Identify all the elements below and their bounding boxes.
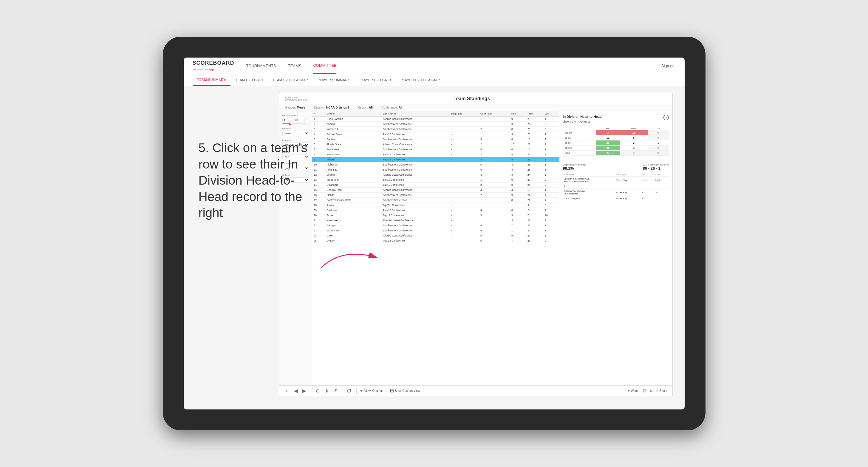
zoom-out-button[interactable]: ⊖ [315,388,321,394]
table-row[interactable]: 6 Florida State Atlantic Coast Conferenc… [312,142,559,147]
list-item[interactable]: Cabo Collegiate Stroke Play 11 17 [563,196,669,201]
table-row[interactable]: 20 Texas Big 12 Conference - 3 3 7 20 [312,213,559,218]
clock-button[interactable]: ⏱ [346,388,353,394]
undo-button[interactable]: ↩ [284,388,290,394]
tournament-name: 1 [563,184,615,189]
share-button[interactable]: ↗ Share [656,389,668,393]
outer-background: SCOREBOARD Powered by clippd TOURNAMENTS… [0,0,868,467]
sign-out-link[interactable]: Sign out [659,64,676,68]
table-row[interactable]: 51-100 20 3 0 [563,146,669,151]
h2h-1125-loss: 8 [620,135,648,141]
rounds-slider-track[interactable] [282,123,306,124]
table-row[interactable]: 15 Georgia Tech Atlantic Coast Conferenc… [312,188,559,193]
row-tour: 24 [526,173,543,178]
view-original-button[interactable]: 👁 View: Original [360,389,383,393]
table-row[interactable]: 22 Georgia Southeastern Conference - 8 7… [312,223,559,228]
table-row[interactable]: 2 Auburn Southeastern Conference - 1 9 2… [312,122,559,127]
table-row[interactable]: 16 Florida Southeastern Conference - 7 9… [312,193,559,198]
row-tour: 23 [526,152,543,157]
tablet-screen: SCOREBOARD Powered by clippd TOURNAMENTS… [184,58,685,409]
grid-button[interactable]: ⊞ [650,389,652,393]
nav-teams[interactable]: TEAMS [288,58,302,73]
row-reg-rank: - [450,188,478,193]
table-row[interactable]: 4 Arizona State Pac-12 Conference - 1 9 … [312,132,559,137]
row-win: 2 [543,142,559,147]
row-win: 2 [543,178,559,183]
toolbar-divider-2 [342,388,342,394]
row-conf-rank: 2 [478,127,509,132]
row-school: Illinois [325,203,381,208]
row-rds: 8 [509,208,526,213]
row-num: 11 [312,167,325,173]
reset-button[interactable]: ↺ [332,388,338,394]
tab-team-h2h-grid[interactable]: TEAM H2H GRID [230,74,268,86]
nav-tournaments[interactable]: TOURNAMENTS [246,58,276,73]
table-row[interactable]: 3 Vanderbilt Southeastern Conference - 2… [312,127,559,132]
tournament-score: 17 [654,196,669,201]
table-row[interactable]: 1 North Carolina Atlantic Coast Conferen… [312,117,559,122]
max-rounds-input[interactable] [294,118,305,122]
row-reg-rank: - [450,132,478,137]
row-rds: 9 [509,193,526,198]
forward-button[interactable]: ▶ [301,388,307,394]
tab-player-summary[interactable]: PLAYER SUMMARY [313,74,355,86]
record-value: 86 - 26 - 1 [643,166,669,170]
row-school: Auburn [325,122,381,127]
table-row[interactable]: 11-25 11 8 0 [563,135,669,141]
table-row[interactable]: 26-50 25 2 1 [563,141,669,146]
table-row[interactable]: 8 Washington Pac-12 Conference - 2 8 23 … [312,152,559,157]
list-item[interactable]: Jackson T. Stephens CupMen's Match-Play … [563,177,669,184]
table-row[interactable]: 21 New Mexico Mountain West Conference -… [312,218,559,223]
table-row[interactable]: 9 Arizona Pac-12 Conference - 3 8 23 3 [312,157,559,162]
row-school: North Carolina [325,117,381,122]
row-reg-rank: - [450,223,478,228]
tournaments-table: Tournament Event Type Pos Score Jackson … [563,173,669,201]
tab-team-h2h-heatmap[interactable]: TEAM H2H HEATMAP [268,74,313,86]
table-row[interactable]: 18 Illinois Big Ten Conference - 1 1 9 3 [312,203,559,208]
row-num: 9 [312,157,325,162]
table-row[interactable]: 11 Arkansas Southeastern Conference - 6 … [312,167,559,173]
min-rounds-input[interactable] [282,118,293,122]
table-row[interactable]: 12 Virginia Atlantic Coast Conference - … [312,173,559,178]
toolbar-divider-1 [311,388,311,394]
record-label: W-L-T record in-division: [643,163,669,166]
list-item[interactable]: 1 [563,184,669,189]
save-custom-button[interactable]: 💾 Save Custom View [390,389,420,393]
back-button[interactable]: ◀ [293,388,299,394]
row-rds: 7 [509,223,526,228]
table-row[interactable]: 5 Ole Miss Southeastern Conference - 3 6… [312,137,559,142]
row-conf-rank: 4 [478,188,509,193]
table-row[interactable]: Top 10 3 13 0 [563,130,669,135]
tab-player-h2h-grid[interactable]: PLAYER H2H GRID [355,74,396,86]
row-reg-rank: - [450,178,478,183]
toolbar-divider-3 [356,388,356,394]
table-row[interactable]: >100 27 0 0 [563,151,669,156]
row-tour: 24 [526,193,543,198]
comment-button[interactable]: 💬 [643,389,647,393]
table-row[interactable]: 10 Alabama Southeastern Conference - 5 8… [312,162,559,167]
row-reg-rank: - [450,157,478,162]
watch-label: Watch [631,389,639,393]
table-row[interactable]: 7 Tennessee Southeastern Conference - 4 … [312,147,559,152]
row-conf-rank: 3 [478,213,509,218]
list-item[interactable]: Arizona ThunderbirdsIntercollegiate Stro… [563,189,669,196]
table-row[interactable]: 23 Texas A&M Southeastern Conference - 9… [312,228,559,233]
table-row[interactable]: 19 California Pac-12 Conference - 4 8 24… [312,208,559,213]
h2h-win-header: Win [596,126,620,130]
nav-committee[interactable]: COMMITTEE [313,58,336,74]
h2h-close-button[interactable]: ✕ [663,115,669,120]
tab-player-h2h-heatmap[interactable]: PLAYER H2H HEATMAP [396,74,444,86]
table-row[interactable]: 17 East Tennessee State Southern Confere… [312,198,559,203]
table-row[interactable]: 13 Texas Tech Big 12 Conference - 1 9 27… [312,178,559,183]
watch-button[interactable]: 👁 Watch [627,389,639,393]
tab-team-summary[interactable]: TEAM SUMMARY [193,74,231,86]
table-row[interactable]: 14 Oklahoma Big 12 Conference - 2 8 24 2 [312,183,559,188]
row-conf-rank: 9 [478,228,509,233]
gender-select[interactable]: Men's [282,131,309,136]
table-row[interactable]: 24 Duke Atlantic Coast Conference - 5 9 … [312,233,559,238]
rounds-slider-thumb[interactable] [289,123,291,125]
zoom-in-button[interactable]: ⊕ [323,388,330,394]
row-conf-rank: 5 [478,162,509,167]
row-rds: 9 [509,178,526,183]
row-reg-rank: - [450,183,478,188]
